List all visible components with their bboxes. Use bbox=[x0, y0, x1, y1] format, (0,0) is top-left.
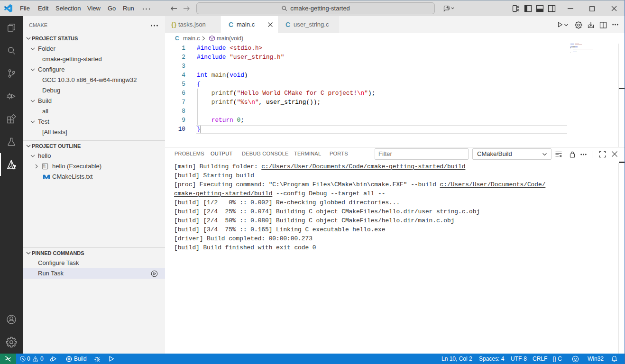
svg-text:10: 10 bbox=[43, 166, 46, 169]
svg-text:01: 01 bbox=[43, 164, 46, 166]
